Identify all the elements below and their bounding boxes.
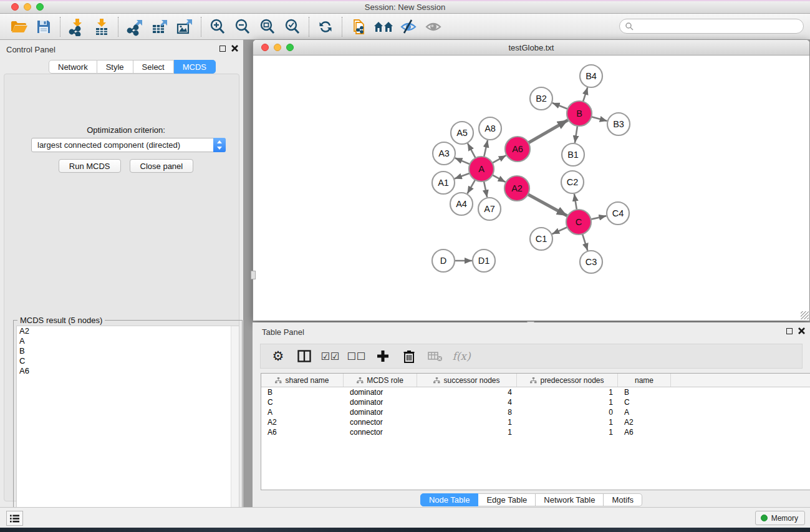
node-A7[interactable]: A7 <box>478 198 501 220</box>
node-A1[interactable]: A1 <box>432 172 455 194</box>
cell[interactable]: C <box>261 397 344 407</box>
tab-mcds[interactable]: MCDS <box>174 60 216 74</box>
cell[interactable]: 4 <box>417 397 517 407</box>
cell[interactable]: A6 <box>261 427 344 437</box>
import-network-icon[interactable] <box>64 16 89 38</box>
cell[interactable]: 1 <box>517 387 618 397</box>
node-B[interactable]: B <box>567 101 592 126</box>
node-D[interactable]: D <box>432 249 455 272</box>
node-A8[interactable]: A8 <box>479 117 501 140</box>
node-C3[interactable]: C3 <box>580 251 602 273</box>
open-file-icon[interactable] <box>6 16 31 38</box>
home-view-icon[interactable] <box>371 16 396 38</box>
float-table-panel-icon[interactable] <box>786 328 793 334</box>
cell[interactable]: A <box>618 407 671 417</box>
column-header-MCDS-role[interactable]: MCDS role <box>344 374 417 387</box>
node-D1[interactable]: D1 <box>473 249 495 272</box>
tab-node-table[interactable]: Node Table <box>420 493 479 506</box>
run-mcds-button[interactable]: Run MCDS <box>59 159 121 173</box>
zoom-in-icon[interactable] <box>205 16 230 38</box>
task-history-button[interactable] <box>6 511 23 526</box>
cell[interactable]: 1 <box>517 397 618 407</box>
node-A5[interactable]: A5 <box>451 122 473 144</box>
cell[interactable]: C <box>618 397 671 407</box>
tab-style[interactable]: Style <box>97 60 133 74</box>
cell[interactable]: dominator <box>344 407 417 417</box>
network-scrollbar-nub[interactable] <box>251 271 256 279</box>
table-row[interactable]: Cdominator41C <box>261 397 810 407</box>
node-A4[interactable]: A4 <box>450 193 473 215</box>
cell[interactable]: B <box>618 387 671 397</box>
node-B2[interactable]: B2 <box>530 87 552 110</box>
save-session-icon[interactable] <box>31 16 56 38</box>
cell[interactable]: A2 <box>618 417 671 427</box>
node-C2[interactable]: C2 <box>561 171 584 193</box>
node-A6[interactable]: A6 <box>505 137 530 162</box>
table-row[interactable]: Adominator80A <box>261 407 810 417</box>
add-column-icon[interactable] <box>373 346 393 366</box>
tab-network-table[interactable]: Network Table <box>536 493 604 506</box>
result-item[interactable]: A2 <box>17 326 239 336</box>
node-A[interactable]: A <box>469 157 494 181</box>
memory-button[interactable]: Memory <box>755 511 805 525</box>
cell[interactable]: 1 <box>517 427 618 437</box>
export-image-icon[interactable] <box>172 16 197 38</box>
cell[interactable]: 8 <box>417 407 517 417</box>
show-graphics-details-icon[interactable] <box>421 16 446 38</box>
node-C1[interactable]: C1 <box>530 228 552 250</box>
import-table-icon[interactable] <box>89 16 114 38</box>
zoom-fit-icon[interactable] <box>255 16 280 38</box>
network-canvas[interactable]: B4B2BB3A8A5A6A3B1AC2A1A2A4A7C4CC1C3DD1 <box>253 56 809 321</box>
cell[interactable]: A6 <box>618 427 671 437</box>
network-resize-grip[interactable] <box>801 311 809 319</box>
zoom-selected-icon[interactable] <box>280 16 305 38</box>
table-row[interactable]: Bdominator41B <box>261 387 810 397</box>
deselect-all-checkboxes-icon[interactable]: ☐☐ <box>347 346 367 366</box>
node-B3[interactable]: B3 <box>607 113 630 135</box>
table-row[interactable]: A6connector11A6 <box>261 427 810 437</box>
column-header-shared-name[interactable]: shared name <box>261 374 344 387</box>
column-header-predecessor-nodes[interactable]: predecessor nodes <box>517 374 618 387</box>
search-field[interactable] <box>619 19 804 34</box>
result-item[interactable]: C <box>17 356 239 366</box>
tab-select[interactable]: Select <box>133 60 174 74</box>
result-scrollbar[interactable] <box>231 326 239 530</box>
column-header-name[interactable]: name <box>618 374 671 387</box>
export-table-icon[interactable] <box>147 16 172 38</box>
zoom-out-icon[interactable] <box>230 16 255 38</box>
network-window-titlebar[interactable]: testGlobe.txt <box>253 40 809 56</box>
export-network-icon[interactable] <box>122 16 147 38</box>
float-panel-icon[interactable] <box>219 46 226 52</box>
node-B4[interactable]: B4 <box>580 65 602 87</box>
cell[interactable]: 4 <box>417 387 517 397</box>
select-all-checkboxes-icon[interactable]: ☑☑ <box>321 346 340 366</box>
hide-graphics-details-icon[interactable] <box>396 16 421 38</box>
node-A3[interactable]: A3 <box>433 142 455 165</box>
criterion-dropdown[interactable]: largest connected component (directed) <box>31 138 226 152</box>
show-columns-icon[interactable] <box>294 346 314 366</box>
clone-network-icon[interactable] <box>346 16 371 38</box>
cell[interactable]: B <box>261 387 344 397</box>
node-C[interactable]: C <box>566 210 591 235</box>
table-options-gear-icon[interactable]: ⚙ <box>268 346 288 366</box>
result-item[interactable]: B <box>17 346 239 356</box>
cell[interactable]: connector <box>344 417 417 427</box>
node-A2[interactable]: A2 <box>504 176 529 201</box>
result-item[interactable]: A6 <box>17 366 239 376</box>
search-input[interactable] <box>634 22 803 31</box>
result-item[interactable]: A <box>17 336 239 346</box>
cell[interactable]: 0 <box>517 407 618 417</box>
tab-network[interactable]: Network <box>49 60 97 74</box>
cell[interactable]: connector <box>344 427 417 437</box>
cell[interactable]: dominator <box>344 397 417 407</box>
refresh-view-icon[interactable] <box>313 16 338 38</box>
cell[interactable]: 1 <box>417 417 517 427</box>
cell[interactable]: A2 <box>261 417 344 427</box>
tab-motifs[interactable]: Motifs <box>604 493 642 506</box>
column-header-successor-nodes[interactable]: successor nodes <box>417 374 517 387</box>
close-panel-icon[interactable] <box>231 45 238 52</box>
cell[interactable]: A <box>261 407 344 417</box>
node-B1[interactable]: B1 <box>562 143 584 166</box>
node-C4[interactable]: C4 <box>607 202 629 225</box>
cell[interactable]: 1 <box>517 417 618 427</box>
